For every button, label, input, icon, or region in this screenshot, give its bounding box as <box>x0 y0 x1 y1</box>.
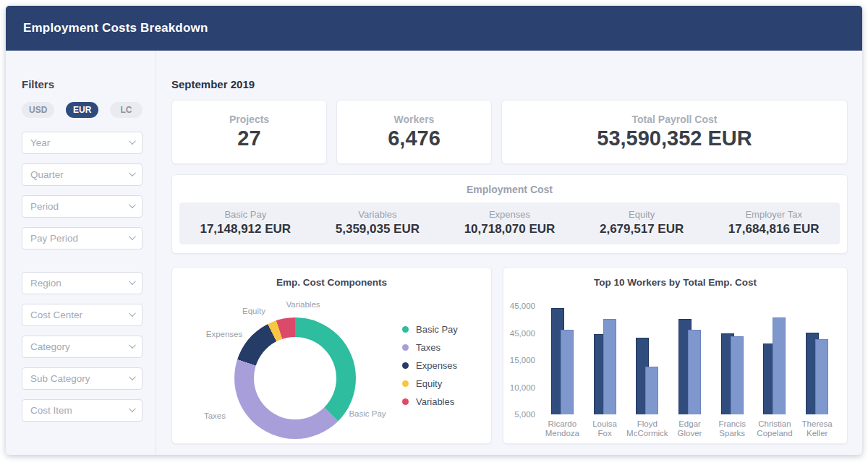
primary-filter-group: YearQuarterPeriodPay Period <box>22 132 156 249</box>
app-window: Employment Costs Breakdown Filters USDEU… <box>6 6 862 455</box>
cost-item-value: 10,718,070 EUR <box>443 222 576 236</box>
legend-dot-icon <box>402 380 409 387</box>
cost-item-label: Expenses <box>443 209 576 220</box>
filters-heading: Filters <box>22 78 156 90</box>
employment-cost-card: Employment Cost Basic Pay17,148,912 EURV… <box>171 174 848 254</box>
cost-item-label: Variables <box>312 209 444 220</box>
bar-group <box>626 338 668 414</box>
legend-dot-icon <box>402 344 409 351</box>
filter-dropdown-category[interactable]: Category <box>22 336 142 358</box>
filters-sidebar: Filters USDEURLC YearQuarterPeriodPay Pe… <box>6 51 156 455</box>
cost-item-value: 17,148,912 EUR <box>179 222 312 236</box>
main-content: September 2019 Projects 27 Workers 6,476… <box>156 51 862 455</box>
bar-chart-card: Top 10 Workers by Total Emp. Cost 45,000… <box>503 267 848 444</box>
chevron-down-icon <box>129 201 136 208</box>
donut-legend: Basic PayTaxesExpensesEquityVariables <box>402 324 458 414</box>
dropdown-placeholder: Category <box>30 341 70 352</box>
x-category-label: FloydMcCormick <box>626 419 668 438</box>
bar-series-light[interactable] <box>645 367 658 414</box>
filter-dropdown-quarter[interactable]: Quarter <box>22 163 142 186</box>
bar-group <box>711 333 754 414</box>
bar-chart-x-axis: RicardoMendozaLouisaFoxFloydMcCormickEdg… <box>541 419 838 438</box>
x-category-label: LouisaFox <box>584 419 626 438</box>
legend-label: Variables <box>416 396 454 407</box>
cost-item-value: 5,359,035 EUR <box>312 222 444 236</box>
bar-group <box>541 308 584 414</box>
legend-item: Variables <box>402 396 458 407</box>
kpi-row: Projects 27 Workers 6,476 Total Payroll … <box>171 100 848 164</box>
filter-dropdown-region[interactable]: Region <box>22 272 142 294</box>
cost-item: Variables5,359,035 EUR <box>312 209 444 236</box>
y-tick-label: 10,000 <box>509 383 535 393</box>
legend-dot-icon <box>402 398 409 405</box>
currency-pill-lc[interactable]: LC <box>110 102 142 118</box>
chevron-down-icon <box>129 169 136 176</box>
chevron-down-icon <box>129 137 136 145</box>
dropdown-placeholder: Quarter <box>30 169 64 180</box>
cost-item: Equity2,679,517 EUR <box>576 209 708 236</box>
chevron-down-icon <box>129 278 136 285</box>
bar-series-light[interactable] <box>561 330 574 414</box>
x-category-label: TheresaKeller <box>796 419 838 438</box>
cost-item-value: 17,684,816 EUR <box>707 222 840 236</box>
filter-dropdown-year[interactable]: Year <box>22 132 142 154</box>
kpi-label: Workers <box>394 114 435 125</box>
legend-item: Expenses <box>402 360 458 371</box>
legend-dot-icon <box>402 326 409 333</box>
employment-cost-title: Employment Cost <box>179 184 840 195</box>
legend-label: Taxes <box>416 342 441 353</box>
y-tick-label: 15,000 <box>509 355 535 366</box>
legend-dot-icon <box>402 362 409 369</box>
y-tick-label: 45,000 <box>509 328 535 339</box>
filter-dropdown-sub-category[interactable]: Sub Category <box>22 367 142 390</box>
kpi-value: 53,590,352 EUR <box>597 127 752 150</box>
filter-dropdown-cost-item[interactable]: Cost Item <box>22 399 142 422</box>
bar-group <box>668 319 711 414</box>
donut-slice-label: Equity <box>242 307 265 315</box>
cost-item-value: 2,679,517 EUR <box>576 222 708 236</box>
currency-pill-usd[interactable]: USD <box>22 102 54 118</box>
donut-slice-label: Variables <box>286 300 320 309</box>
bar-chart-y-axis: 45,00045,00015,00010,0005,000 <box>509 301 535 419</box>
kpi-label: Total Payroll Cost <box>632 114 718 125</box>
legend-label: Equity <box>416 378 442 389</box>
kpi-card-workers: Workers 6,476 <box>336 100 492 164</box>
kpi-value: 6,476 <box>388 127 441 150</box>
donut-slice-label: Basic Pay <box>349 409 386 418</box>
x-category-label: EdgarGlover <box>668 419 711 438</box>
currency-pill-eur[interactable]: EUR <box>66 102 98 118</box>
secondary-filter-group: RegionCost CenterCategorySub CategoryCos… <box>22 272 156 422</box>
bar-series-light[interactable] <box>731 336 744 414</box>
legend-item: Basic Pay <box>402 324 458 335</box>
currency-toggle: USDEURLC <box>22 102 142 118</box>
x-category-label: RicardoMendoza <box>541 419 584 438</box>
y-tick-label: 45,000 <box>509 301 535 312</box>
dropdown-placeholder: Pay Period <box>30 233 78 244</box>
filter-dropdown-pay-period[interactable]: Pay Period <box>22 227 142 249</box>
dropdown-placeholder: Year <box>30 137 50 148</box>
employment-cost-strip: Basic Pay17,148,912 EURVariables5,359,03… <box>179 202 840 244</box>
bar-series-light[interactable] <box>603 319 616 414</box>
cost-item: Expenses10,718,070 EUR <box>443 209 576 236</box>
dropdown-placeholder: Period <box>30 201 59 212</box>
legend-label: Expenses <box>416 360 457 371</box>
donut-chart[interactable] <box>234 317 356 439</box>
kpi-card-projects: Projects 27 <box>171 100 327 164</box>
bar-group <box>584 319 626 414</box>
filter-dropdown-period[interactable]: Period <box>22 195 142 218</box>
bar-group <box>754 317 796 414</box>
kpi-value: 27 <box>237 127 260 150</box>
chevron-down-icon <box>129 405 136 412</box>
kpi-card-total-payroll: Total Payroll Cost 53,590,352 EUR <box>501 100 848 164</box>
bar-series-light[interactable] <box>815 339 828 414</box>
page-title: Employment Costs Breakdown <box>23 21 208 35</box>
bar-chart-plot <box>541 306 838 414</box>
y-tick-label: 5,000 <box>509 409 535 420</box>
filter-dropdown-cost-center[interactable]: Cost Center <box>22 304 142 326</box>
cost-item: Basic Pay17,148,912 EUR <box>179 209 312 236</box>
bar-series-light[interactable] <box>773 317 786 414</box>
donut-chart-card: Emp. Cost Components VariablesEquityExpe… <box>171 267 492 444</box>
cost-item: Employer Tax17,684,816 EUR <box>707 209 840 236</box>
bar-series-light[interactable] <box>688 330 701 414</box>
kpi-label: Projects <box>229 114 269 125</box>
